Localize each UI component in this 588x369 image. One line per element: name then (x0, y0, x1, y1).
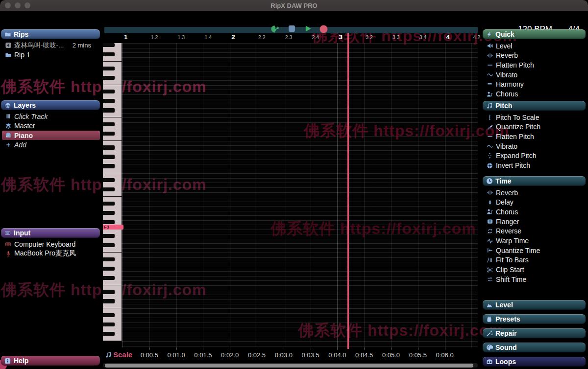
piano-key-F3[interactable]: F3 (103, 225, 123, 230)
left-item-add[interactable]: Add (2, 140, 100, 150)
piano-key-F#3[interactable] (103, 220, 115, 224)
right-item-reverb[interactable]: Reverb (484, 51, 586, 60)
right-item-expand-pitch[interactable]: Expand Pitch (484, 151, 586, 161)
piano-key-F#6[interactable] (103, 52, 115, 56)
right-item-flatten-pitch[interactable]: Flatten Pitch (484, 60, 586, 69)
piano-key-D#6[interactable] (103, 67, 115, 70)
piano-key-C#3[interactable] (103, 243, 115, 247)
piano-key-A#4[interactable] (103, 145, 115, 149)
piano-key-A2[interactable] (103, 262, 122, 267)
right-item-fit-to-bars[interactable]: Fit To Bars (484, 255, 586, 265)
piano-key-D4[interactable] (103, 183, 122, 187)
left-item-rip-1[interactable]: Rip 1 (2, 50, 100, 60)
right-item-reverb[interactable]: Reverb (484, 188, 586, 197)
horizontal-scrollbar-thumb[interactable] (105, 364, 473, 368)
right-item-reverse[interactable]: Reverse (484, 227, 586, 236)
piano-key-C#4[interactable] (103, 187, 115, 191)
panel-header-input[interactable]: Input (1, 228, 100, 238)
right-item-shift-time[interactable]: Shift Time (484, 275, 586, 284)
play-button[interactable] (304, 25, 312, 32)
piano-key-F6[interactable] (103, 57, 122, 62)
piano-key-F5[interactable] (103, 113, 122, 118)
panel-header-rips[interactable]: Rips (1, 29, 100, 39)
rip-play-button[interactable] (270, 25, 281, 33)
piano-key-F#1[interactable] (103, 332, 115, 336)
panel-header-help[interactable]: Help (1, 356, 100, 366)
piano-key-G4[interactable] (103, 160, 122, 164)
piano-key-A#2[interactable] (103, 257, 115, 261)
piano-key-F#2[interactable] (103, 276, 115, 280)
piano-key-G6[interactable] (103, 48, 122, 53)
piano-key-B4[interactable] (103, 141, 122, 146)
piano-key-G#3[interactable] (103, 211, 115, 215)
piano-key-B1[interactable] (103, 308, 122, 313)
piano-key-C#6[interactable] (103, 76, 115, 80)
piano-key-A5[interactable] (103, 94, 122, 99)
piano-key-A4[interactable] (103, 150, 122, 155)
piano-key-F4[interactable] (103, 169, 122, 174)
piano-key-F1[interactable] (103, 336, 122, 341)
panel-header-sound[interactable]: Sound (483, 343, 586, 352)
left-item-master[interactable]: Master (2, 121, 100, 131)
piano-key-C6[interactable] (103, 80, 122, 85)
piano-key-D6[interactable] (103, 71, 122, 76)
right-item-chorus[interactable]: Chorus (484, 90, 586, 99)
piano-key-D#4[interactable] (103, 178, 115, 182)
piano-key-D#5[interactable] (103, 122, 115, 126)
panel-header-time[interactable]: Time (483, 176, 586, 186)
piano-key-G3[interactable] (103, 215, 122, 220)
piano-key-G#4[interactable] (103, 155, 115, 159)
piano-roll-grid[interactable] (122, 43, 478, 347)
piano-key-D2[interactable] (103, 295, 122, 300)
piano-key-D3[interactable] (103, 239, 122, 244)
right-item-quantize-pitch[interactable]: Quantize Pitch (484, 122, 586, 132)
piano-key-E3[interactable] (103, 230, 122, 234)
stop-button[interactable] (288, 25, 295, 32)
piano-key-G5[interactable] (103, 104, 122, 109)
piano-key-C3[interactable] (103, 248, 122, 253)
scale-control[interactable]: Scale (104, 350, 132, 359)
panel-header-quick[interactable]: Quick (483, 29, 586, 39)
piano-key-B5[interactable] (103, 85, 122, 90)
panel-header-repair[interactable]: Repair (483, 328, 586, 338)
piano-key-D5[interactable] (103, 127, 122, 132)
right-item-warp-time[interactable]: Warp Time (484, 236, 586, 246)
right-item-level[interactable]: Level (484, 41, 586, 50)
piano-key-A#1[interactable] (103, 313, 115, 317)
right-item-clip-start[interactable]: Clip Start (484, 265, 586, 275)
piano-key-F2[interactable] (103, 280, 122, 285)
right-item-delay[interactable]: Delay (484, 198, 586, 207)
piano-key-A3[interactable] (103, 206, 122, 211)
piano-key-G1[interactable] (103, 327, 122, 332)
panel-header-level[interactable]: Level (483, 300, 586, 310)
right-item-pitch-to-scale[interactable]: Pitch To Scale (484, 113, 586, 122)
piano-key-C#5[interactable] (103, 132, 115, 136)
piano-key-D#3[interactable] (103, 234, 115, 238)
left-item-click-track[interactable]: Click Track (2, 112, 100, 121)
panel-header-presets[interactable]: Presets (483, 314, 586, 324)
piano-key-C5[interactable] (103, 136, 122, 141)
piano-key-F#4[interactable] (103, 164, 115, 168)
left-item-piano[interactable]: Piano (2, 131, 100, 140)
panel-header-layers[interactable]: Layers (1, 100, 100, 110)
record-button[interactable] (319, 25, 328, 33)
piano-key-E6[interactable] (103, 62, 122, 67)
piano-key-G#5[interactable] (103, 99, 115, 103)
right-item-quantize-time[interactable]: Quantize Time (484, 246, 586, 255)
right-item-vibrato[interactable]: Vibrato (484, 70, 586, 79)
left-item-computer-keyboard[interactable]: Computer Keyboard (2, 239, 100, 249)
piano-key-F#5[interactable] (103, 108, 115, 112)
piano-key-E4[interactable] (103, 173, 122, 178)
piano-key-C2[interactable] (103, 304, 122, 309)
right-item-chorus[interactable]: Chorus (484, 207, 586, 216)
playhead[interactable] (347, 33, 349, 349)
piano-key-E5[interactable] (103, 117, 122, 122)
piano-key-B2[interactable] (103, 253, 122, 257)
right-item-invert-pitch[interactable]: Invert Pitch (484, 161, 586, 170)
piano-key-B3[interactable] (103, 197, 122, 202)
panel-header-pitch[interactable]: Pitch (483, 101, 586, 111)
piano-key-E2[interactable] (103, 285, 122, 290)
panel-header-loops[interactable]: Loops (483, 357, 586, 367)
piano-key-G2[interactable] (103, 271, 122, 276)
piano-key-G#1[interactable] (103, 323, 115, 326)
